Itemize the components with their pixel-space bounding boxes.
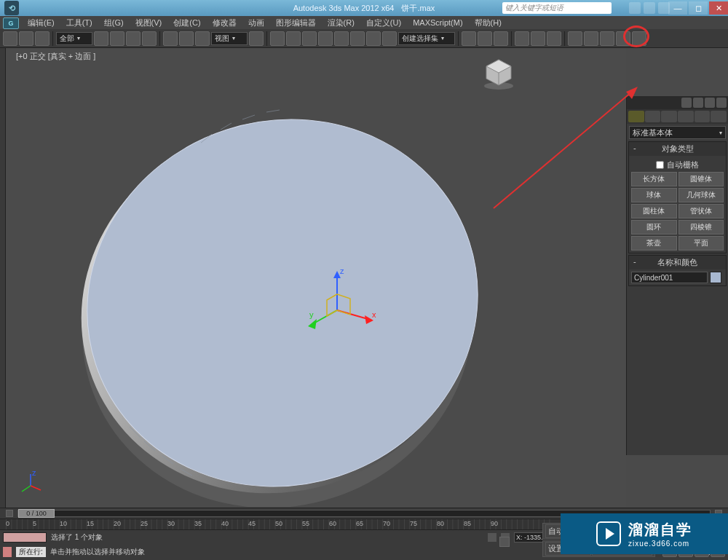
watermark-logo (596, 521, 621, 546)
percent-snap-button[interactable] (350, 31, 365, 46)
prim-cylinder[interactable]: 圆柱体 (631, 204, 677, 218)
snap2d-button[interactable] (302, 31, 317, 46)
ref-coord-dropdown[interactable]: 视图 (211, 32, 248, 45)
viewport[interactable]: [+0 正交 [真实 + 边面 ] z (6, 48, 626, 508)
time-slider-handle[interactable]: 0 / 100 (18, 509, 55, 518)
align-button[interactable] (478, 31, 492, 46)
menu-edit[interactable]: 编辑(E) (22, 17, 60, 28)
tab-hierarchy[interactable] (661, 111, 677, 122)
svg-point-2 (50, 92, 501, 507)
rollout-header[interactable]: 名称和颜色 (629, 256, 726, 269)
title-bar: ⟲ Autodesk 3ds Max 2012 x64 饼干.max 键入关键字… (0, 0, 728, 16)
menu-animation[interactable]: 动画 (242, 17, 270, 28)
viewport-label[interactable]: [+0 正交 [真实 + 边面 ] (16, 51, 95, 62)
lock-sel-icon[interactable] (488, 533, 496, 542)
viewport-area: [+0 正交 [真实 + 边面 ] z (0, 48, 728, 508)
menu-group[interactable]: 组(G) (98, 17, 130, 28)
prim-pyramid[interactable]: 四棱锥 (678, 220, 724, 234)
info-icon[interactable] (629, 2, 641, 14)
menu-tools[interactable]: 工具(T) (60, 17, 98, 28)
prim-teapot[interactable]: 茶壶 (631, 236, 677, 251)
pivot-button[interactable] (249, 31, 264, 46)
scene-cylinder[interactable] (50, 92, 501, 507)
tab-modify[interactable] (645, 111, 661, 122)
menu-bar: G 编辑(E) 工具(T) 组(G) 视图(V) 创建(C) 修改器 动画 图形… (0, 16, 728, 29)
star-icon[interactable] (644, 2, 655, 14)
tab-utilities[interactable] (711, 111, 727, 122)
maximize-button[interactable]: ◻ (689, 1, 708, 15)
menu-help[interactable]: 帮助(H) (469, 17, 507, 28)
view-cube[interactable] (480, 55, 517, 92)
spinner-snap-button[interactable] (366, 31, 381, 46)
tab-display[interactable] (695, 111, 711, 122)
prim-geosphere[interactable]: 几何球体 (678, 188, 724, 202)
render-setup-button[interactable] (568, 31, 582, 46)
lock-icon[interactable] (499, 537, 510, 547)
selection-filter-dropdown[interactable]: 全部 (56, 32, 92, 45)
prim-plane[interactable]: 平面 (678, 236, 724, 251)
close-button[interactable]: ✕ (709, 1, 728, 15)
slider-prev-icon[interactable] (6, 510, 13, 517)
material-editor-button[interactable] (547, 31, 561, 46)
snap3d-button[interactable] (318, 31, 333, 46)
keyboard-button[interactable] (286, 31, 301, 46)
scale-button[interactable] (195, 31, 210, 46)
panel-icon[interactable] (705, 98, 715, 108)
undo-button[interactable] (3, 31, 17, 46)
edit-button[interactable] (382, 31, 397, 46)
prim-cone[interactable]: 圆锥体 (678, 172, 724, 186)
manip-button[interactable] (270, 31, 285, 46)
auto-grid-label: 自动栅格 (667, 159, 699, 170)
window-crossing-button[interactable] (142, 31, 157, 46)
object-color-swatch[interactable] (710, 272, 721, 283)
panel-icon[interactable] (693, 98, 703, 108)
rotate-button[interactable] (179, 31, 194, 46)
named-selset-dropdown[interactable]: 创建选择集 (398, 32, 455, 45)
panel-icon[interactable] (681, 98, 692, 108)
region-button[interactable] (126, 31, 141, 46)
prim-sphere[interactable]: 球体 (631, 188, 677, 202)
menu-render[interactable]: 渲染(R) (322, 17, 360, 28)
menu-view[interactable]: 视图(V) (130, 17, 168, 28)
prim-box[interactable]: 长方体 (631, 172, 677, 186)
go-icon[interactable] (3, 547, 12, 557)
select-name-button[interactable] (110, 31, 124, 46)
render-button[interactable] (600, 31, 614, 46)
menu-create[interactable]: 创建(C) (167, 17, 206, 28)
tab-motion[interactable] (678, 111, 694, 122)
move-gizmo[interactable]: z x y (293, 267, 381, 354)
auto-grid-checkbox[interactable] (656, 161, 664, 169)
prim-torus[interactable]: 圆环 (631, 220, 677, 234)
layers-button[interactable] (494, 31, 508, 46)
mirror-button[interactable] (462, 31, 476, 46)
schematic-button[interactable] (531, 31, 545, 46)
prim-tube[interactable]: 管状体 (678, 204, 724, 218)
viewport-left-strip (0, 48, 6, 508)
help-search-input[interactable]: 键入关键字或短语 (502, 2, 612, 14)
rollout-header[interactable]: 对象类型 (629, 142, 726, 156)
redo-button[interactable] (19, 31, 33, 46)
menu-maxscript[interactable]: MAXScript(M) (407, 18, 468, 27)
render-frame-button[interactable] (584, 31, 598, 46)
menu-modifier[interactable]: 修改器 (207, 17, 242, 28)
menu-graph[interactable]: 图形编辑器 (270, 17, 322, 28)
angle-snap-button[interactable] (334, 31, 349, 46)
panel-icon[interactable] (716, 98, 727, 108)
tab-create[interactable] (628, 111, 644, 122)
app-icon[interactable]: ⟲ (4, 1, 19, 15)
svg-line-9 (242, 115, 255, 119)
render-prod-button[interactable] (616, 31, 630, 46)
select-button[interactable] (94, 31, 108, 46)
svg-line-10 (266, 110, 280, 112)
object-name-input[interactable] (631, 272, 708, 283)
link-button[interactable] (35, 31, 50, 46)
teapot-button[interactable] (632, 31, 646, 46)
status-swatch[interactable] (3, 532, 47, 543)
menu-custom[interactable]: 自定义(U) (360, 17, 407, 28)
move-button[interactable] (163, 31, 178, 46)
curve-editor-button[interactable] (515, 31, 529, 46)
minimize-button[interactable]: — (668, 1, 687, 15)
command-panel: 标准基本体 对象类型 自动栅格 长方体 圆锥体 球体 几何球体 圆柱体 管状体 … (626, 96, 728, 455)
category-dropdown[interactable]: 标准基本体 (629, 126, 726, 139)
app-menu-button[interactable]: G (3, 17, 19, 29)
